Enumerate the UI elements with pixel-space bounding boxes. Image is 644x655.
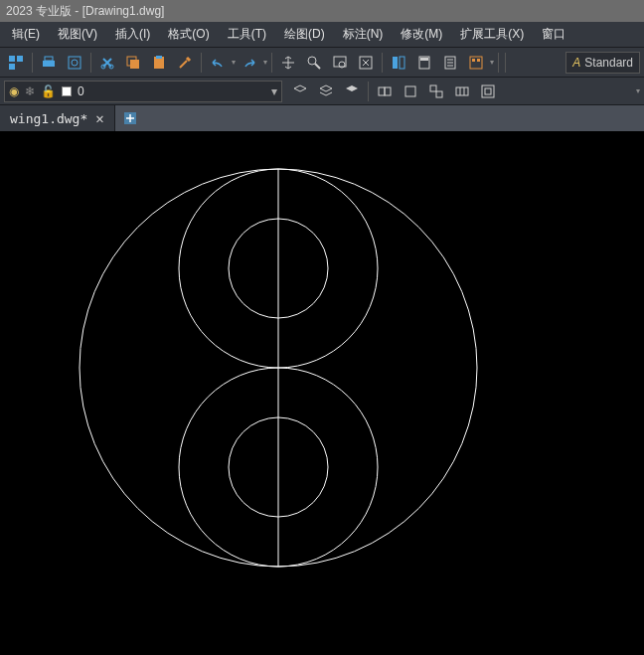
svg-rect-24 xyxy=(477,59,480,62)
svg-rect-17 xyxy=(393,57,398,69)
svg-rect-27 xyxy=(405,86,415,96)
svg-rect-12 xyxy=(156,56,162,59)
tab-label: wing1.dwg* xyxy=(10,111,87,126)
title-bar: 2023 专业版 - [Drawing1.dwg] xyxy=(0,0,644,22)
svg-rect-29 xyxy=(436,91,442,97)
layer-tool-3-icon[interactable] xyxy=(340,80,364,103)
menu-format[interactable]: 格式(O) xyxy=(160,23,217,46)
svg-rect-3 xyxy=(43,61,55,67)
text-style-combo[interactable]: A Standard xyxy=(565,52,640,74)
separator xyxy=(90,53,91,73)
menu-tools[interactable]: 工具(T) xyxy=(220,23,274,46)
svg-point-13 xyxy=(308,57,316,65)
svg-rect-28 xyxy=(430,85,436,91)
layer-color-swatch xyxy=(62,86,72,96)
svg-rect-31 xyxy=(482,85,494,97)
zoom-extents-icon[interactable] xyxy=(354,51,378,75)
close-icon[interactable]: ✕ xyxy=(95,110,103,126)
separator xyxy=(32,53,33,73)
layer-lock-icon: 🔓 xyxy=(41,84,56,98)
separator xyxy=(505,53,506,73)
block-tool-4-icon[interactable] xyxy=(450,80,474,103)
separator xyxy=(271,53,272,73)
calc-icon[interactable] xyxy=(412,51,436,75)
separator xyxy=(382,53,383,73)
menu-bar: 辑(E) 视图(V) 插入(I) 格式(O) 工具(T) 绘图(D) 标注(N)… xyxy=(0,22,644,48)
layer-name: 0 xyxy=(78,84,265,98)
svg-rect-0 xyxy=(9,56,15,62)
layer-tools xyxy=(288,80,500,103)
pan-icon[interactable] xyxy=(276,51,300,75)
zoom-icon[interactable] xyxy=(302,51,326,75)
toolbar-layer: ◉ ❄ 🔓 0 ▾ ▾ xyxy=(0,78,644,105)
copy-icon[interactable] xyxy=(121,51,145,75)
menu-draw[interactable]: 绘图(D) xyxy=(276,23,333,46)
separator xyxy=(368,82,369,101)
menu-dimension[interactable]: 标注(N) xyxy=(335,23,392,46)
drawing-canvas[interactable] xyxy=(0,131,644,655)
text-style-icon: A xyxy=(572,56,580,70)
svg-rect-20 xyxy=(420,58,428,61)
text-style-name: Standard xyxy=(584,56,633,70)
menu-view[interactable]: 视图(V) xyxy=(50,23,105,46)
block-tool-2-icon[interactable] xyxy=(399,80,422,103)
svg-rect-5 xyxy=(69,57,80,69)
cut-icon[interactable] xyxy=(95,51,119,75)
svg-rect-22 xyxy=(470,57,482,69)
svg-rect-18 xyxy=(400,57,404,69)
zoom-window-icon[interactable] xyxy=(328,51,352,75)
cad-drawing xyxy=(0,131,644,655)
layer-combo[interactable]: ◉ ❄ 🔓 0 ▾ xyxy=(4,81,282,102)
match-prop-icon[interactable] xyxy=(173,51,197,75)
properties-icon[interactable] xyxy=(387,51,410,75)
layer-freeze-icon: ❄ xyxy=(25,84,35,98)
dropdown-icon[interactable]: ▾ xyxy=(490,58,494,67)
svg-rect-1 xyxy=(17,56,23,62)
redo-icon[interactable] xyxy=(238,51,261,75)
new-tab-button[interactable] xyxy=(115,105,145,131)
separator xyxy=(201,53,202,73)
menu-window[interactable]: 窗口 xyxy=(534,23,573,46)
sheet-set-icon[interactable] xyxy=(438,51,462,75)
block-tool-1-icon[interactable] xyxy=(373,80,397,103)
tab-drawing1[interactable]: wing1.dwg* ✕ xyxy=(0,105,115,131)
svg-rect-26 xyxy=(385,87,391,95)
blocks-icon[interactable] xyxy=(4,51,28,75)
svg-point-6 xyxy=(72,60,78,66)
plus-icon xyxy=(123,111,137,125)
svg-rect-32 xyxy=(485,88,491,94)
block-tool-5-icon[interactable] xyxy=(476,80,500,103)
document-tabs: wing1.dwg* ✕ xyxy=(0,105,644,131)
svg-rect-25 xyxy=(379,87,385,95)
tool-palette-icon[interactable] xyxy=(464,51,488,75)
menu-edit[interactable]: 辑(E) xyxy=(4,23,48,46)
svg-rect-4 xyxy=(45,57,53,61)
svg-rect-23 xyxy=(472,59,475,62)
undo-icon[interactable] xyxy=(206,51,230,75)
svg-rect-2 xyxy=(9,64,15,70)
block-tool-3-icon[interactable] xyxy=(424,80,448,103)
chevron-down-icon: ▾ xyxy=(271,84,277,98)
print-icon[interactable] xyxy=(37,51,61,75)
paste-icon[interactable] xyxy=(147,51,171,75)
redo-dropdown-icon[interactable]: ▾ xyxy=(263,58,267,67)
menu-modify[interactable]: 修改(M) xyxy=(393,23,450,46)
toolbar-main: ▾ ▾ ▾ A Standard xyxy=(0,48,644,78)
separator xyxy=(498,53,499,73)
layer-tool-1-icon[interactable] xyxy=(288,80,312,103)
layer-tool-2-icon[interactable] xyxy=(314,80,338,103)
dropdown-icon[interactable]: ▾ xyxy=(636,86,640,95)
menu-insert[interactable]: 插入(I) xyxy=(107,23,158,46)
svg-rect-10 xyxy=(130,60,139,69)
layer-visibility-icon: ◉ xyxy=(9,84,19,98)
preview-icon[interactable] xyxy=(63,51,86,75)
svg-rect-14 xyxy=(334,57,346,67)
svg-rect-30 xyxy=(456,87,468,95)
menu-ext[interactable]: 扩展工具(X) xyxy=(452,23,532,46)
undo-dropdown-icon[interactable]: ▾ xyxy=(232,58,236,67)
title-text: 2023 专业版 - [Drawing1.dwg] xyxy=(6,4,164,18)
